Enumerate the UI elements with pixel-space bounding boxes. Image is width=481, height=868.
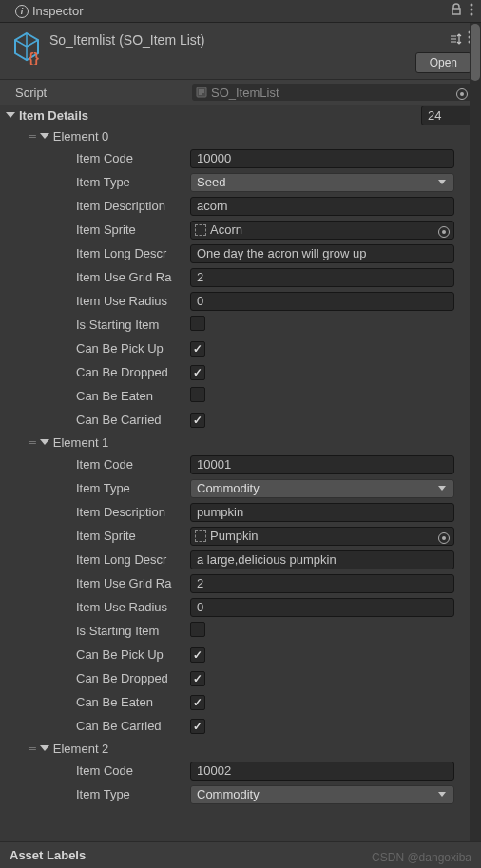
- watermark: CSDN @dangoxiba: [372, 851, 471, 864]
- is-starting-item-row: Is Starting Item: [0, 619, 481, 643]
- item-long-descr-input[interactable]: [190, 244, 454, 263]
- svg-point-0: [471, 4, 473, 7]
- asset-labels-label: Asset Labels: [10, 848, 86, 862]
- can-be-eaten-label: Can Be Eaten: [76, 695, 190, 709]
- item-type-dropdown[interactable]: Commodity: [190, 479, 454, 498]
- item-sprite-field[interactable]: Pumpkin: [190, 527, 454, 546]
- item-code-input[interactable]: [190, 149, 454, 168]
- sprite-thumb-icon: [195, 224, 206, 236]
- item-sprite-value: Acorn: [210, 222, 242, 237]
- item-type-label: Item Type: [76, 787, 190, 801]
- item-type-dropdown[interactable]: Commodity: [190, 785, 454, 804]
- can-be-carried-label: Can Be Carried: [76, 719, 190, 733]
- can-be-dropped-label: Can Be Dropped: [76, 671, 190, 685]
- element-name: Element 0: [53, 129, 109, 144]
- element-0-foldout[interactable]: ═ Element 0: [0, 125, 481, 146]
- foldout-arrow-icon: [40, 745, 49, 751]
- item-use-radius-input[interactable]: [190, 598, 454, 617]
- item-use-radius-label: Item Use Radius: [76, 294, 190, 308]
- svg-point-1: [471, 9, 473, 11]
- item-sprite-label: Item Sprite: [76, 222, 190, 237]
- inspector-tab[interactable]: i Inspector: [8, 1, 90, 21]
- scrollbar[interactable]: [470, 23, 481, 868]
- asset-title: So_Itemlist (SO_Item List): [49, 30, 406, 48]
- item-use-grid-radius-input[interactable]: [190, 268, 454, 287]
- item-use-grid-radius-row: Item Use Grid Ra: [0, 571, 481, 595]
- can-be-pick-up-row: Can Be Pick Up: [0, 643, 481, 666]
- drag-handle-icon[interactable]: ═: [29, 436, 36, 448]
- can-be-pick-up-checkbox[interactable]: [190, 341, 205, 357]
- item-type-label: Item Type: [76, 481, 190, 495]
- can-be-eaten-row: Can Be Eaten: [0, 690, 481, 714]
- can-be-dropped-checkbox[interactable]: [190, 671, 205, 686]
- tab-bar: i Inspector: [0, 0, 481, 23]
- info-icon: i: [15, 5, 29, 18]
- item-sprite-field[interactable]: Acorn: [190, 221, 454, 240]
- preset-icon[interactable]: [449, 32, 462, 46]
- item-code-input[interactable]: [190, 762, 454, 781]
- element-2-foldout[interactable]: ═ Element 2: [0, 738, 481, 759]
- can-be-eaten-row: Can Be Eaten: [0, 384, 481, 408]
- can-be-pick-up-label: Can Be Pick Up: [76, 647, 190, 662]
- can-be-eaten-label: Can Be Eaten: [76, 389, 190, 403]
- item-type-row: Item Type Commodity: [0, 476, 481, 500]
- item-type-dropdown[interactable]: Seed: [190, 173, 454, 192]
- is-starting-item-row: Is Starting Item: [0, 313, 481, 337]
- item-description-input[interactable]: [190, 503, 454, 522]
- item-code-input[interactable]: [190, 455, 454, 474]
- foldout-arrow-icon: [40, 133, 49, 139]
- scroll-thumb[interactable]: [471, 24, 480, 81]
- is-starting-item-checkbox[interactable]: [190, 316, 205, 331]
- item-use-grid-radius-row: Item Use Grid Ra: [0, 265, 481, 289]
- script-field[interactable]: SO_ItemList: [192, 84, 473, 101]
- is-starting-item-checkbox[interactable]: [190, 622, 205, 637]
- can-be-pick-up-row: Can Be Pick Up: [0, 337, 481, 360]
- item-use-radius-input[interactable]: [190, 292, 454, 311]
- item-code-label: Item Code: [76, 763, 190, 778]
- item-code-label: Item Code: [76, 457, 190, 472]
- item-description-input[interactable]: [190, 197, 454, 216]
- svg-point-2: [471, 13, 473, 16]
- array-size-field[interactable]: [421, 106, 473, 125]
- script-label: Script: [15, 86, 192, 100]
- can-be-carried-checkbox[interactable]: [190, 413, 205, 428]
- item-code-label: Item Code: [76, 151, 190, 165]
- is-starting-item-label: Is Starting Item: [76, 624, 190, 638]
- foldout-arrow-icon: [40, 439, 49, 445]
- item-sprite-row: Item Sprite Pumpkin: [0, 524, 481, 548]
- can-be-dropped-row: Can Be Dropped: [0, 360, 481, 384]
- object-picker-icon[interactable]: [438, 222, 450, 238]
- element-1-foldout[interactable]: ═ Element 1: [0, 432, 481, 453]
- can-be-pick-up-checkbox[interactable]: [190, 647, 205, 663]
- item-description-row: Item Description: [0, 500, 481, 524]
- item-use-grid-radius-input[interactable]: [190, 574, 454, 593]
- object-picker-icon[interactable]: [438, 529, 450, 544]
- item-use-grid-radius-label: Item Use Grid Ra: [76, 270, 190, 284]
- item-type-label: Item Type: [76, 175, 190, 189]
- kebab-icon[interactable]: [470, 3, 473, 19]
- item-type-row: Item Type Commodity: [0, 782, 481, 806]
- item-description-label: Item Description: [76, 199, 190, 213]
- item-long-descr-input[interactable]: [190, 550, 454, 569]
- asset-header: {} So_Itemlist (SO_Item List) Open: [0, 23, 481, 80]
- can-be-dropped-checkbox[interactable]: [190, 365, 205, 380]
- can-be-dropped-row: Can Be Dropped: [0, 666, 481, 690]
- item-details-foldout[interactable]: Item Details: [0, 105, 481, 125]
- item-code-row: Item Code: [0, 453, 481, 476]
- item-use-grid-radius-label: Item Use Grid Ra: [76, 576, 190, 590]
- drag-handle-icon[interactable]: ═: [29, 743, 36, 754]
- can-be-carried-checkbox[interactable]: [190, 719, 205, 734]
- item-sprite-value: Pumpkin: [210, 529, 259, 543]
- open-button[interactable]: Open: [415, 52, 471, 73]
- can-be-eaten-checkbox[interactable]: [190, 387, 205, 402]
- drag-handle-icon[interactable]: ═: [29, 130, 36, 142]
- can-be-carried-row: Can Be Carried: [0, 714, 481, 738]
- sprite-thumb-icon: [195, 530, 206, 542]
- lock-icon[interactable]: [451, 3, 462, 19]
- item-use-radius-label: Item Use Radius: [76, 600, 190, 614]
- can-be-eaten-checkbox[interactable]: [190, 695, 205, 710]
- inspector-content: Script SO_ItemList Item Details ═ Elemen…: [0, 80, 481, 806]
- item-details-label: Item Details: [19, 108, 421, 123]
- can-be-carried-label: Can Be Carried: [76, 413, 190, 427]
- object-picker-icon[interactable]: [456, 85, 468, 100]
